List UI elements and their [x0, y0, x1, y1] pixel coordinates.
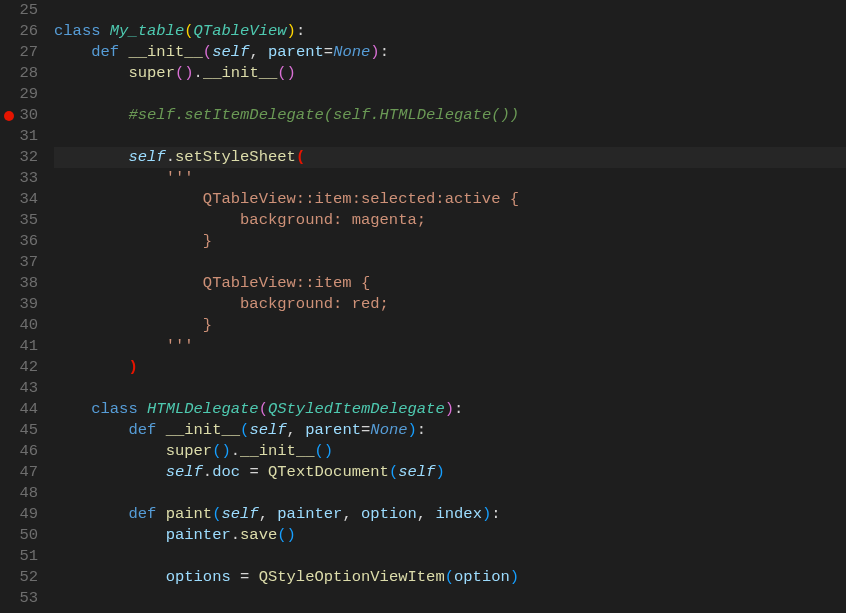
token: def: [91, 43, 128, 61]
line-number[interactable]: 35: [0, 210, 38, 231]
code-line[interactable]: }: [54, 231, 846, 252]
token: __init__: [203, 64, 277, 82]
token: (: [445, 568, 454, 586]
token: QTableView::item {: [203, 274, 370, 292]
token: background: magenta;: [240, 211, 426, 229]
code-line[interactable]: [54, 126, 846, 147]
code-line[interactable]: [54, 252, 846, 273]
code-line[interactable]: QTableView::item:selected:active {: [54, 189, 846, 210]
token: background: red;: [240, 295, 389, 313]
token: .: [166, 148, 175, 166]
code-line[interactable]: painter.save(): [54, 525, 846, 546]
line-number[interactable]: 30: [0, 105, 38, 126]
code-editor[interactable]: 2526272829303132333435363738394041424344…: [0, 0, 846, 613]
line-number[interactable]: 38: [0, 273, 38, 294]
token: option: [361, 505, 417, 523]
token: None: [370, 421, 407, 439]
token: __init__: [128, 43, 202, 61]
line-number[interactable]: 44: [0, 399, 38, 420]
line-number[interactable]: 26: [0, 21, 38, 42]
token: (: [277, 64, 286, 82]
line-number[interactable]: 52: [0, 567, 38, 588]
code-line[interactable]: background: magenta;: [54, 210, 846, 231]
token: (: [277, 526, 286, 544]
token: index: [435, 505, 482, 523]
token: option: [454, 568, 510, 586]
code-line[interactable]: def paint(self, painter, option, index):: [54, 504, 846, 525]
token: ,: [259, 505, 278, 523]
code-line[interactable]: self.setStyleSheet(: [54, 147, 846, 168]
code-line[interactable]: background: red;: [54, 294, 846, 315]
line-number[interactable]: 39: [0, 294, 38, 315]
code-line[interactable]: [54, 483, 846, 504]
token: (: [315, 442, 324, 460]
line-number[interactable]: 48: [0, 483, 38, 504]
line-number[interactable]: 41: [0, 336, 38, 357]
code-line[interactable]: def __init__(self, parent=None):: [54, 420, 846, 441]
token: ): [221, 442, 230, 460]
line-number[interactable]: 29: [0, 84, 38, 105]
token: :: [491, 505, 500, 523]
line-number[interactable]: 37: [0, 252, 38, 273]
token: (: [240, 421, 249, 439]
line-number[interactable]: 47: [0, 462, 38, 483]
line-number[interactable]: 45: [0, 420, 38, 441]
line-number[interactable]: 43: [0, 378, 38, 399]
token: (: [184, 22, 193, 40]
code-line[interactable]: super().__init__(): [54, 63, 846, 84]
token: self: [166, 463, 203, 481]
token: class: [91, 400, 147, 418]
code-line[interactable]: [54, 0, 846, 21]
token: ): [370, 43, 379, 61]
line-number[interactable]: 49: [0, 504, 38, 525]
line-number[interactable]: 31: [0, 126, 38, 147]
code-line[interactable]: QTableView::item {: [54, 273, 846, 294]
token: (: [296, 148, 305, 166]
line-number[interactable]: 27: [0, 42, 38, 63]
line-number[interactable]: 32: [0, 147, 38, 168]
line-number[interactable]: 28: [0, 63, 38, 84]
line-number[interactable]: 51: [0, 546, 38, 567]
line-number[interactable]: 34: [0, 189, 38, 210]
code-line[interactable]: #self.setItemDelegate(self.HTMLDelegate(…: [54, 105, 846, 126]
token: self: [249, 421, 286, 439]
token: (: [175, 64, 184, 82]
token: :: [380, 43, 389, 61]
token: parent: [305, 421, 361, 439]
token: ): [324, 442, 333, 460]
code-line[interactable]: ): [54, 357, 846, 378]
line-number-gutter[interactable]: 2526272829303132333435363738394041424344…: [0, 0, 48, 613]
token: .: [194, 64, 203, 82]
token: parent: [268, 43, 324, 61]
code-area[interactable]: class My_table(QTableView): def __init__…: [48, 0, 846, 613]
code-line[interactable]: [54, 84, 846, 105]
line-number[interactable]: 46: [0, 441, 38, 462]
code-line[interactable]: }: [54, 315, 846, 336]
breakpoint-icon[interactable]: [4, 111, 14, 121]
token: .: [231, 442, 240, 460]
line-number[interactable]: 25: [0, 0, 38, 21]
token: ): [445, 400, 454, 418]
token: ): [184, 64, 193, 82]
code-line[interactable]: super().__init__(): [54, 441, 846, 462]
code-line[interactable]: class HTMLDelegate(QStyledItemDelegate):: [54, 399, 846, 420]
token: ): [510, 568, 519, 586]
code-line[interactable]: ''': [54, 168, 846, 189]
code-line[interactable]: [54, 378, 846, 399]
line-number[interactable]: 50: [0, 525, 38, 546]
line-number[interactable]: 53: [0, 588, 38, 609]
code-line[interactable]: def __init__(self, parent=None):: [54, 42, 846, 63]
code-line[interactable]: ''': [54, 336, 846, 357]
code-line[interactable]: [54, 546, 846, 567]
line-number[interactable]: 33: [0, 168, 38, 189]
line-number[interactable]: 40: [0, 315, 38, 336]
token: #self.setItemDelegate(self.HTMLDelegate(…: [128, 106, 519, 124]
token: self: [212, 43, 249, 61]
code-line[interactable]: self.doc = QTextDocument(self): [54, 462, 846, 483]
token: }: [203, 232, 212, 250]
line-number[interactable]: 42: [0, 357, 38, 378]
code-line[interactable]: options = QStyleOptionViewItem(option): [54, 567, 846, 588]
code-line[interactable]: class My_table(QTableView):: [54, 21, 846, 42]
line-number[interactable]: 36: [0, 231, 38, 252]
code-line[interactable]: [54, 588, 846, 609]
